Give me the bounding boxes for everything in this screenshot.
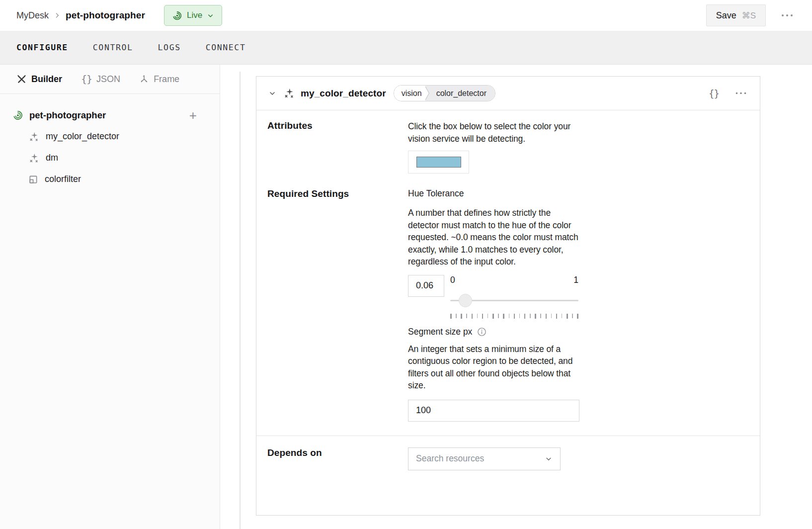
panel-divider[interactable]: [240, 72, 241, 529]
tab-control[interactable]: CONTROL: [93, 40, 133, 55]
required-settings-section: Required Settings Hue Tolerance A number…: [256, 174, 760, 422]
attributes-section: Attributes Click the box below to select…: [256, 110, 760, 174]
collapse-card-button[interactable]: [267, 88, 277, 98]
view-builder-label: Builder: [31, 74, 62, 85]
segment-size-description: An integer that sets a minimum size of a…: [408, 343, 579, 392]
live-status-label: Live: [187, 10, 202, 20]
segment-size-input[interactable]: [408, 400, 579, 422]
depends-on-label: Depends on: [267, 447, 408, 458]
frame-axes-icon: [139, 74, 149, 84]
braces-icon: {}: [81, 73, 92, 85]
save-button-label: Save: [716, 10, 736, 21]
tools-icon: [16, 74, 27, 85]
machine-broadcast-icon: [12, 110, 23, 121]
tree-item-dm[interactable]: dm: [0, 147, 220, 169]
save-button[interactable]: Save ⌘S: [706, 4, 766, 26]
chevron-right-icon: [54, 12, 61, 19]
slider-ticks: [450, 314, 578, 319]
card-menu-button[interactable]: [733, 89, 749, 97]
segment-size-label: Segment size px: [408, 327, 472, 337]
tree-item-colorfilter[interactable]: colorfilter: [0, 169, 220, 190]
hue-tolerance-label: Hue Tolerance: [408, 188, 579, 199]
tab-connect[interactable]: CONNECT: [206, 40, 246, 55]
ellipsis-icon: [781, 13, 794, 17]
card-title: my_color_detector: [301, 88, 386, 99]
add-resource-button[interactable]: +: [188, 110, 198, 120]
color-picker-button[interactable]: [408, 151, 469, 174]
attributes-label: Attributes: [267, 120, 408, 174]
depends-on-section: Depends on Search resources: [256, 436, 760, 500]
breadcrumb: MyDesk pet-photographer: [16, 10, 145, 21]
view-toggle: Builder {} JSON Frame: [0, 65, 220, 94]
card-header: my_color_detector vision color_detector …: [256, 77, 760, 110]
hue-tolerance-input[interactable]: [408, 275, 444, 297]
top-bar: MyDesk pet-photographer Live Save ⌘S: [0, 0, 812, 31]
save-shortcut-hint: ⌘S: [742, 10, 756, 21]
breadcrumb-parent[interactable]: MyDesk: [16, 10, 49, 21]
tree-item-label: colorfilter: [45, 174, 81, 184]
depends-on-placeholder: Search resources: [416, 453, 484, 464]
depends-on-select[interactable]: Search resources: [408, 447, 561, 470]
color-swatch: [416, 157, 461, 168]
pill-chevron-icon: [425, 86, 430, 101]
machine-broadcast-icon: [172, 10, 182, 21]
view-raw-json-button[interactable]: {}: [707, 86, 721, 101]
chevron-down-icon: [207, 12, 214, 19]
tab-logs[interactable]: LOGS: [158, 40, 181, 55]
more-options-button[interactable]: [779, 11, 796, 19]
hue-tolerance-slider: 0 1: [450, 275, 578, 319]
main-nav-tabs: CONFIGURE CONTROL LOGS CONNECT: [0, 31, 812, 65]
required-settings-label: Required Settings: [267, 188, 408, 422]
ellipsis-icon: [735, 91, 747, 95]
tree-root-label: pet-photographer: [29, 110, 106, 121]
service-sparkles-icon: [28, 153, 39, 164]
info-icon[interactable]: [477, 327, 487, 337]
config-sidebar: Builder {} JSON Frame: [0, 65, 220, 529]
tab-configure[interactable]: CONFIGURE: [16, 40, 68, 55]
view-json-label: JSON: [96, 74, 120, 85]
slider-min-label: 0: [450, 275, 455, 286]
resource-tree: pet-photographer + my_color_detector: [0, 94, 220, 190]
attributes-hint: Click the box below to select the color …: [408, 120, 579, 145]
tree-item-my-color-detector[interactable]: my_color_detector: [0, 126, 220, 147]
slider-max-label: 1: [573, 275, 578, 286]
tree-item-label: dm: [46, 153, 58, 163]
pill-type: vision: [394, 86, 425, 101]
service-sparkles-icon: [28, 131, 39, 142]
slider-handle[interactable]: [459, 294, 472, 307]
tree-root-machine[interactable]: pet-photographer +: [0, 105, 220, 126]
view-builder[interactable]: Builder: [16, 73, 62, 86]
resource-type-pill: vision color_detector: [394, 85, 495, 101]
hue-tolerance-description: A number that defines how strictly the d…: [408, 207, 579, 268]
component-icon: [28, 175, 38, 184]
pill-model: color_detector: [425, 86, 495, 101]
braces-icon: {}: [709, 88, 719, 99]
view-frame[interactable]: Frame: [139, 73, 179, 86]
breadcrumb-current: pet-photographer: [66, 10, 145, 21]
live-status-dropdown[interactable]: Live: [164, 5, 222, 26]
chevron-down-icon: [545, 455, 553, 463]
view-json[interactable]: {} JSON: [81, 72, 120, 86]
view-frame-label: Frame: [154, 74, 179, 85]
service-sparkles-icon: [283, 88, 295, 99]
resource-card-my-color-detector: my_color_detector vision color_detector …: [256, 76, 760, 516]
tree-item-label: my_color_detector: [46, 131, 119, 142]
